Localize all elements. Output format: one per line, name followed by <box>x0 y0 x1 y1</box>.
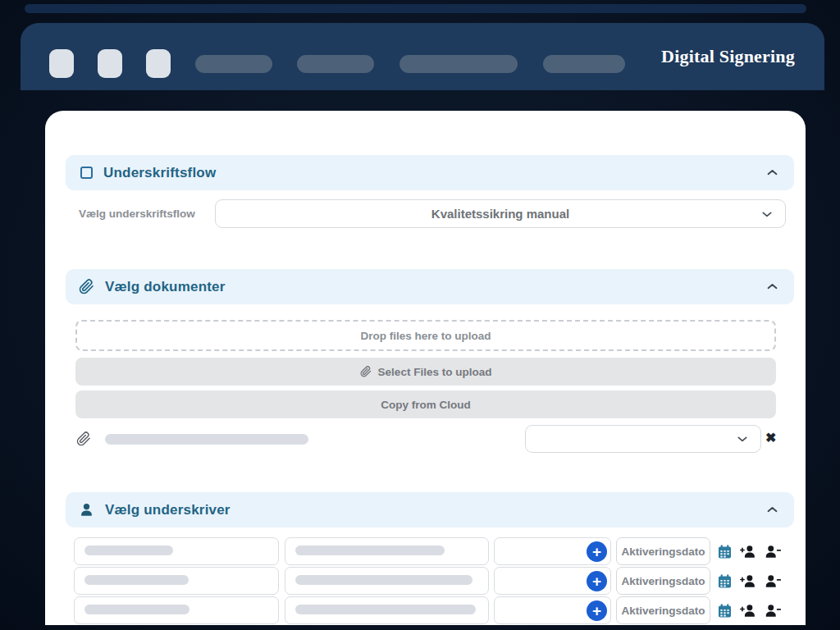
signer-row: + Aktiveringsdato <box>74 537 781 565</box>
section-header-dokumenter[interactable]: Vælg dokumenter <box>66 269 794 304</box>
select-files-button[interactable]: Select Files to upload <box>75 358 776 386</box>
uploaded-file-row: ✖ <box>45 425 806 454</box>
signer-field-3[interactable]: + <box>494 537 611 565</box>
paperclip-icon <box>79 279 94 294</box>
placeholder-bar <box>84 546 173 555</box>
section-title: Vælg dokumenter <box>105 279 226 295</box>
add-signer-icon[interactable] <box>738 573 757 589</box>
placeholder-bar <box>295 575 472 585</box>
signer-field-3[interactable]: + <box>494 567 611 595</box>
background-window-strip <box>25 4 806 13</box>
remove-signer-icon[interactable] <box>764 603 783 619</box>
activation-date-button[interactable]: Aktiveringsdato <box>616 596 710 624</box>
remove-file-icon[interactable]: ✖ <box>765 430 776 445</box>
main-card: Underskriftsflow Vælg underskriftsflow K… <box>45 111 806 625</box>
flow-select-label: Vælg underskriftsflow <box>79 208 195 220</box>
file-option-select[interactable] <box>525 425 761 453</box>
paperclip-icon <box>76 431 91 446</box>
calendar-icon[interactable] <box>717 603 733 619</box>
paperclip-icon <box>360 366 372 377</box>
flow-select-value: Kvalitetssikring manual <box>431 207 569 221</box>
activation-date-button[interactable]: Aktiveringsdato <box>616 567 710 595</box>
placeholder-bar <box>84 605 189 614</box>
copy-cloud-label: Copy from Cloud <box>381 399 471 411</box>
screen: Digital Signering Underskriftsflow Vælg … <box>0 0 840 630</box>
checkbox-outline-icon <box>80 167 93 179</box>
signer-field-2[interactable] <box>285 567 489 595</box>
browser-chrome: Digital Signering <box>21 23 824 90</box>
add-signer-icon[interactable] <box>738 603 757 619</box>
copy-from-cloud-button[interactable]: Copy from Cloud <box>75 390 776 418</box>
placeholder-bar <box>295 546 445 555</box>
signer-field-2[interactable] <box>285 537 489 565</box>
plus-circle-button[interactable]: + <box>587 571 607 591</box>
nav-placeholder-square[interactable] <box>49 49 74 78</box>
activation-date-button[interactable]: Aktiveringsdato <box>616 537 710 565</box>
nav-placeholder-pill[interactable] <box>195 55 272 73</box>
person-icon <box>79 502 94 518</box>
nav-placeholder-pill[interactable] <box>399 55 518 73</box>
section-title: Underskriftsflow <box>103 165 216 181</box>
add-signer-icon[interactable] <box>738 544 757 559</box>
section-title: Vælg underskriver <box>105 502 231 518</box>
plus-circle-button[interactable]: + <box>587 600 607 621</box>
chevron-down-icon <box>760 208 774 221</box>
placeholder-bar <box>84 575 189 585</box>
app-title: Digital Signering <box>661 46 795 67</box>
nav-placeholder-square[interactable] <box>98 49 122 78</box>
nav-placeholder-pill[interactable] <box>297 55 374 73</box>
signer-field-1[interactable] <box>74 567 279 595</box>
signer-row: + Aktiveringsdato <box>74 596 781 624</box>
nav-placeholder-pill[interactable] <box>543 55 625 73</box>
signer-field-3[interactable]: + <box>494 596 611 624</box>
calendar-icon[interactable] <box>717 573 733 589</box>
select-files-label: Select Files to upload <box>378 366 492 378</box>
chevron-up-icon[interactable] <box>765 280 779 294</box>
flow-select[interactable]: Kvalitetssikring manual <box>215 199 786 228</box>
remove-signer-icon[interactable] <box>764 544 783 559</box>
dropzone-text: Drop files here to upload <box>360 330 491 342</box>
signer-field-1[interactable] <box>74 596 279 624</box>
section-header-underskriftsflow[interactable]: Underskriftsflow <box>66 155 794 190</box>
file-name-placeholder <box>105 434 308 445</box>
signer-row: + Aktiveringsdato <box>74 567 781 595</box>
calendar-icon[interactable] <box>717 544 733 559</box>
plus-circle-button[interactable]: + <box>587 541 607 562</box>
remove-signer-icon[interactable] <box>764 573 783 589</box>
nav-placeholder-square[interactable] <box>146 49 171 78</box>
placeholder-bar <box>295 605 476 614</box>
chevron-up-icon[interactable] <box>765 503 779 517</box>
signer-field-2[interactable] <box>285 596 489 624</box>
section-header-underskriver[interactable]: Vælg underskriver <box>66 492 794 527</box>
file-dropzone[interactable]: Drop files here to upload <box>75 320 776 351</box>
signer-field-1[interactable] <box>74 537 279 565</box>
chevron-down-icon <box>736 432 749 445</box>
chevron-up-icon[interactable] <box>765 166 779 180</box>
